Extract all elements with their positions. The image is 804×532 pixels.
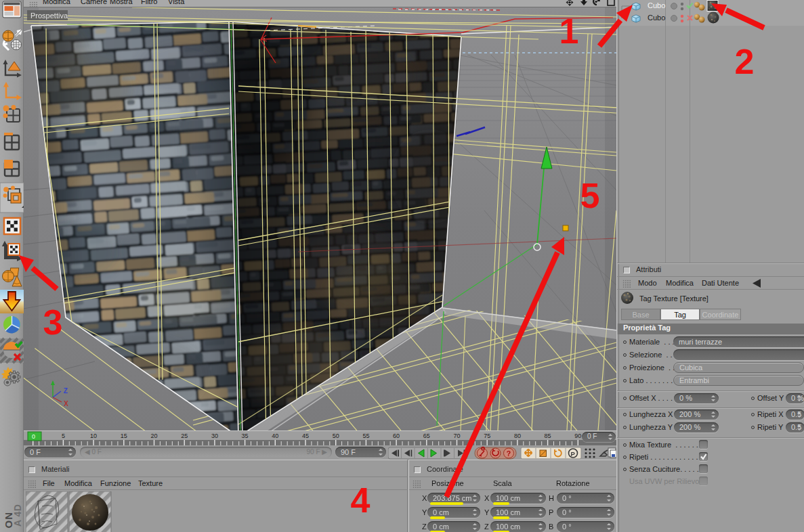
svg-text:4: 4 bbox=[351, 481, 371, 520]
svg-text:5: 5 bbox=[580, 176, 600, 215]
svg-text:2: 2 bbox=[735, 42, 755, 81]
svg-text:3: 3 bbox=[43, 303, 63, 342]
svg-text:1: 1 bbox=[559, 12, 579, 51]
